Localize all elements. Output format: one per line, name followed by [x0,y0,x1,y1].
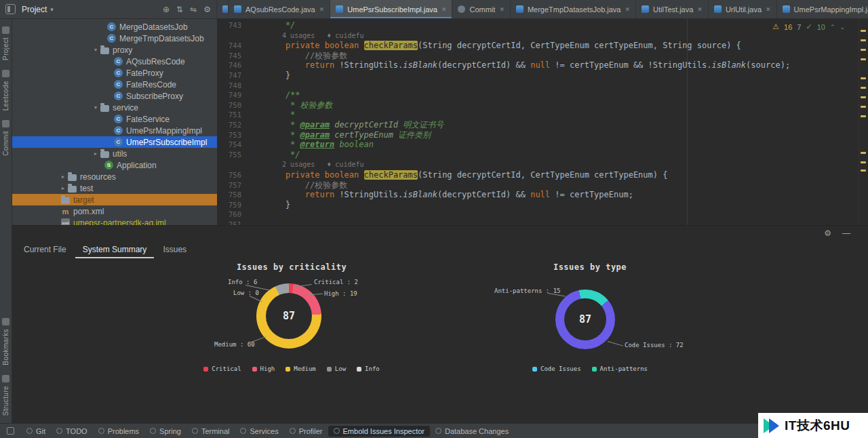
toolwindow-switcher-icon[interactable] [7,427,14,435]
close-icon[interactable]: ✕ [697,6,703,13]
tree-item-fateproxy[interactable]: CFateProxy [12,67,217,79]
java-file-icon [336,5,343,13]
panel-tab-issues[interactable]: Issues [155,241,194,258]
code-line[interactable]: 744 private boolean checkParams(String d… [217,41,868,51]
tree-item-label: test [80,184,93,193]
strip-button-commit[interactable]: Commit [2,115,9,161]
code-line[interactable]: 751 * [217,110,868,120]
strip-button-leetcode[interactable]: Leetcode [2,65,9,115]
class-icon: C [107,34,116,43]
chevron-right-icon[interactable]: ▸ [58,185,68,191]
close-icon[interactable]: ✕ [441,6,447,13]
chevron-down-icon[interactable]: ⌄ [840,24,845,31]
code-line[interactable]: 756 private boolean checkParams(String d… [217,170,868,180]
code-line[interactable]: 760 [217,210,868,220]
tree-item-fateservice[interactable]: CFateService [12,113,217,125]
tree-item-mergetmpdatasetsjob[interactable]: CMergeTmpDatasetsJob [12,33,217,44]
legend-swatch [203,367,208,372]
code-line[interactable]: 750 * 校验参数 [217,100,868,111]
code-line[interactable]: 759 } [217,200,868,210]
tree-item-target[interactable]: target [12,194,217,205]
tree-item-utils[interactable]: ▸utils [12,148,217,159]
filter-icon[interactable]: ⇋ [190,5,197,14]
chevron-up-icon[interactable]: ⌃ [830,24,835,31]
code-line[interactable]: 749 /** [217,90,868,100]
code-line[interactable]: 748 [217,81,868,91]
status-item-todo[interactable]: TODO [51,426,93,437]
code-token: ♦ cuidefu [327,161,363,168]
code-line[interactable]: 758 return !StringUtils.isBlank(decryptC… [217,190,868,200]
tree-item-subscribeproxy[interactable]: CSubscribeProxy [12,90,217,102]
panel-tab-system-summary[interactable]: System Summary [75,241,155,258]
settings-icon[interactable]: ⚙ [203,5,211,14]
status-item-database-changes[interactable]: Database Changes [430,426,514,437]
code-token: isBlank [403,190,437,199]
editor-scrollbar[interactable] [859,19,868,225]
tree-item-resources[interactable]: ▸resources [12,171,217,182]
strip-button-bookmarks[interactable]: Bookmarks [2,313,9,370]
close-icon[interactable]: ✕ [319,6,325,13]
tree-item-umepsrsubscribeimpl[interactable]: CUmePsrSubscribeImpl [12,136,217,148]
editor-tab-utiltest-java[interactable]: UtilTest.java✕ [636,0,709,18]
code-line[interactable]: 761 [217,220,868,225]
chevron-down-icon[interactable]: ▾ [91,104,100,111]
status-item-spring[interactable]: Spring [144,426,186,437]
editor-tab-commit[interactable]: Commit✕ [452,0,510,18]
editor-tab-urlutil-java[interactable]: UrlUtil.java✕ [709,0,777,18]
close-icon[interactable]: ✕ [499,6,505,13]
panel-tab-current-file[interactable]: Current File [16,241,74,258]
close-icon[interactable]: ✕ [625,6,630,13]
code-token: return [305,190,334,199]
minimize-icon[interactable]: — [842,228,850,238]
locate-icon[interactable]: ⊕ [163,5,170,14]
code-token: isBlank [403,60,437,70]
code-editor[interactable]: 743 */ 4 usages ♦ cuidefu744 private boo… [217,19,868,225]
code-line[interactable]: 746 return !StringUtils.isBlank(decryptC… [217,60,868,71]
tree-item-mergedatasetsjob[interactable]: CMergeDatasetsJob [12,21,217,33]
code-line[interactable]: 745 //校验参数 [217,51,868,61]
code-line[interactable]: 753 * @param certTypeEnum 证件类别 [217,130,868,140]
code-line[interactable]: 752 * @param decryptCertId 明文证书号 [217,120,868,130]
tree-item-umepsr-partnersdk-aq-iml[interactable]: xmlumepsr-partnersdk-aq.iml [12,217,217,225]
tree-item-label: UmePsrMappingImpl [126,126,202,136]
tree-item-aqsubrescode[interactable]: CAQsubResCode [12,56,217,67]
tree-item-test[interactable]: ▸test [12,182,217,194]
code-token: private [285,41,320,50]
tool-window-icon[interactable] [5,4,16,14]
tab-label: UrlUtil.java [726,5,762,14]
editor-tab-umepsrsubscribeimpl-java[interactable]: UmePsrSubscribeImpl.java✕ [330,0,452,18]
editor-tab-umepsrmappingimpl-java[interactable]: UmePsrMappingImpl.java✕ [777,0,868,18]
tree-item-proxy[interactable]: ▾proxy [12,44,217,56]
close-icon[interactable]: ✕ [766,6,771,13]
donut-hole: 87 [266,293,312,339]
gear-icon[interactable]: ⚙ [824,228,831,238]
code-line[interactable]: 757 //校验参数 [217,180,868,191]
tree-item-label: SubscribeProxy [126,92,183,101]
tree-item-application[interactable]: SApplication [12,159,217,171]
status-item-terminal[interactable]: Terminal [186,426,235,437]
tree-item-umepsrmappingimpl[interactable]: CUmePsrMappingImpl [12,125,217,136]
status-item-services[interactable]: Services [235,426,283,437]
status-item-profiler[interactable]: Profiler [284,426,328,437]
sort-icon[interactable]: ⇅ [176,5,183,14]
project-dropdown[interactable]: Project ▾ [22,5,54,14]
strip-button-structure[interactable]: Structure [2,370,9,420]
editor-tab-va[interactable]: va✕ [217,0,229,18]
editor-tab-mergetmpdatasetsjob-java[interactable]: MergeTmpDatasetsJob.java✕ [511,0,636,18]
tree-item-pom-xml[interactable]: mpom.xml [12,205,217,217]
status-item-problems[interactable]: Problems [93,426,144,437]
tree-item-service[interactable]: ▾service [12,102,217,113]
editor-tab-aqsubrescode-java[interactable]: AQsubResCode.java✕ [229,0,330,18]
chevron-right-icon[interactable]: ▸ [58,174,68,180]
chevron-down-icon[interactable]: ▾ [91,47,100,53]
tree-item-faterescode[interactable]: CFateResCode [12,79,217,90]
code-line[interactable]: 755 */ [217,150,868,160]
chevron-right-icon[interactable]: ▸ [91,151,100,157]
code-line[interactable]: 754 * @return boolean [217,140,868,150]
strip-button-project[interactable]: Project [2,22,9,65]
logo-triangle-blue [769,418,779,433]
status-item-embold-issues-inspector[interactable]: Embold Issues Inspector [328,426,430,437]
status-item-git[interactable]: Git [21,426,51,437]
inspections-widget[interactable]: ⚠ 16 7 ✓ 10 ⌃ ⌄ [768,22,849,32]
code-line[interactable]: 747 } [217,71,868,81]
